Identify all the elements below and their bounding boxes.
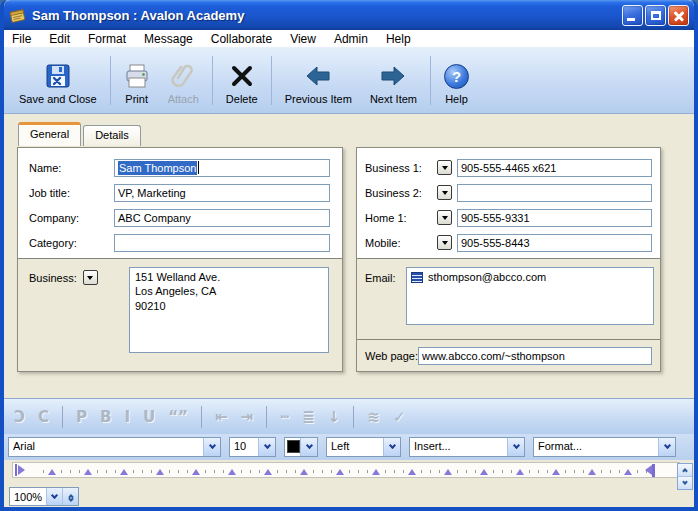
ruler-tabstop[interactable] <box>336 469 344 475</box>
tab-strip: General Details <box>18 122 141 146</box>
job-title-label: Job title: <box>29 187 114 199</box>
help-question-icon: ? <box>444 62 469 90</box>
home1-label: Home 1: <box>365 212 437 224</box>
ruler-scroll-spinner[interactable] <box>677 463 693 490</box>
business-address-input[interactable]: 151 Welland Ave. Los Angeles, CA 90210 <box>129 267 329 353</box>
menu-view[interactable]: View <box>290 32 316 46</box>
scroll-down-icon[interactable] <box>678 477 692 489</box>
button-label: Attach <box>168 93 199 105</box>
email-list[interactable]: sthompson@abcco.com <box>406 267 654 325</box>
ruler-tabstop[interactable] <box>192 469 200 475</box>
ruler-tabstop[interactable] <box>588 469 596 475</box>
zoom-control[interactable]: 100% <box>9 487 79 506</box>
menu-edit[interactable]: Edit <box>49 32 70 46</box>
menu-format[interactable]: Format <box>88 32 126 46</box>
font-color-combo[interactable] <box>284 437 318 457</box>
alignment-value: Left <box>327 438 383 456</box>
business-address-dropdown-button[interactable] <box>83 270 98 285</box>
ruler-tabstop[interactable] <box>624 469 632 475</box>
font-size-combo[interactable]: 10 <box>229 437 276 457</box>
business1-input[interactable] <box>457 159 652 177</box>
menu-admin[interactable]: Admin <box>334 32 368 46</box>
insert-combo[interactable]: Insert... <box>409 437 525 457</box>
redo-icon: C <box>38 408 49 426</box>
name-input[interactable]: Sam Thompson <box>114 159 330 177</box>
menu-file[interactable]: File <box>12 32 31 46</box>
tab-details[interactable]: Details <box>83 125 141 146</box>
ruler-tabstop[interactable] <box>228 469 236 475</box>
menu-message[interactable]: Message <box>144 32 193 46</box>
menu-help[interactable]: Help <box>386 32 411 46</box>
mobile-label: Mobile: <box>365 237 437 249</box>
floppy-disk-icon <box>45 62 71 90</box>
chevron-down-icon[interactable] <box>258 438 275 456</box>
toolbar-separator <box>353 406 354 428</box>
zoom-value: 100% <box>10 488 46 505</box>
web-page-input[interactable] <box>418 347 652 365</box>
business2-input[interactable] <box>457 184 652 202</box>
ruler-tabstop[interactable] <box>516 469 524 475</box>
business1-label: Business 1: <box>365 162 437 174</box>
chevron-down-icon[interactable] <box>507 438 524 456</box>
previous-item-button[interactable]: Previous Item <box>276 50 361 111</box>
menu-collaborate[interactable]: Collaborate <box>211 32 272 46</box>
attach-button: Attach <box>159 50 208 111</box>
zoom-dropdown-icon[interactable] <box>46 488 62 505</box>
ruler-tabstop[interactable] <box>444 469 452 475</box>
bold-icon: B <box>100 408 111 426</box>
home1-dropdown-button[interactable] <box>437 210 452 225</box>
font-family-combo[interactable]: Arial <box>8 437 221 457</box>
close-button[interactable] <box>668 5 689 26</box>
toolbar-separator <box>62 406 63 428</box>
format-combo[interactable]: Format... <box>533 437 676 457</box>
scroll-up-icon[interactable] <box>678 464 692 477</box>
tab-general[interactable]: General <box>18 122 81 146</box>
category-input[interactable] <box>114 234 330 252</box>
undo-icon: Ɔ <box>14 408 25 426</box>
help-button[interactable]: ? Help <box>435 50 478 111</box>
company-input[interactable] <box>114 209 330 227</box>
mobile-input[interactable] <box>457 234 652 252</box>
save-and-close-button[interactable]: Save and Close <box>10 50 106 111</box>
ruler-tabstop[interactable] <box>264 469 272 475</box>
minimize-button[interactable] <box>622 5 643 26</box>
job-title-input[interactable] <box>114 184 330 202</box>
chevron-down-icon[interactable] <box>203 438 220 456</box>
ruler-tabstop[interactable] <box>480 469 488 475</box>
toolbar-separator <box>266 406 267 428</box>
chevron-down-icon[interactable] <box>658 438 675 456</box>
main-toolbar: Save and Close Print Attach <box>4 47 694 114</box>
quote-icon: “” <box>168 408 188 426</box>
insert-below-icon: ↓ <box>328 408 341 426</box>
company-label: Company: <box>29 212 114 224</box>
ruler-tabstop[interactable] <box>300 469 308 475</box>
ruler-tabstop[interactable] <box>552 469 560 475</box>
business1-row: Business 1: <box>357 155 660 180</box>
alignment-combo[interactable]: Left <box>326 437 401 457</box>
chevron-down-icon[interactable] <box>300 438 317 456</box>
business2-label: Business 2: <box>365 187 437 199</box>
selected-text: Sam Thompson <box>118 161 197 175</box>
button-label: Save and Close <box>19 93 97 105</box>
delete-button[interactable]: Delete <box>217 50 267 111</box>
home1-input[interactable] <box>457 209 652 227</box>
ruler[interactable] <box>12 462 680 478</box>
chevron-down-icon[interactable] <box>383 438 400 456</box>
next-item-button[interactable]: Next Item <box>361 50 426 111</box>
print-button[interactable]: Print <box>115 50 159 111</box>
business1-dropdown-button[interactable] <box>437 160 452 175</box>
ruler-tabstop[interactable] <box>408 469 416 475</box>
ruler-tabstop[interactable] <box>372 469 380 475</box>
window-title: Sam Thompson : Avalon Academy <box>32 8 617 23</box>
mobile-dropdown-button[interactable] <box>437 235 452 250</box>
zoom-spinner[interactable] <box>62 488 78 505</box>
ruler-tabstop[interactable] <box>48 469 56 475</box>
business2-dropdown-button[interactable] <box>437 185 452 200</box>
email-label: Email: <box>365 272 396 284</box>
maximize-button[interactable] <box>645 5 666 26</box>
ruler-tabstop[interactable] <box>156 469 164 475</box>
ruler-tabstop[interactable] <box>84 469 92 475</box>
paperclip-icon <box>170 62 196 90</box>
dotted-line-icon: ┅ <box>280 408 289 426</box>
ruler-tabstop[interactable] <box>120 469 128 475</box>
